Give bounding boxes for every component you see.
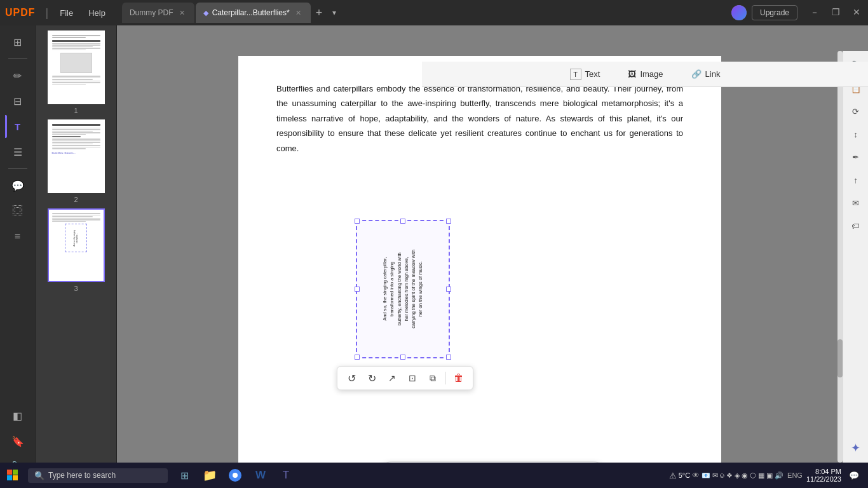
gpu-icon: ▣ <box>766 471 773 480</box>
add-tab-button[interactable]: + <box>311 6 328 20</box>
tab-dummy-pdf[interactable]: Dummy PDF ✕ <box>122 3 194 23</box>
tab-caterpillar[interactable]: ◆ Caterpillar...Butterflies* ✕ <box>196 3 311 23</box>
tab-close-active[interactable]: ✕ <box>294 8 303 18</box>
tabs-area: Dummy PDF ✕ ◆ Caterpillar...Butterflies*… <box>122 3 731 23</box>
search-icon: 🔍 <box>34 471 44 480</box>
image-label: Image <box>640 69 663 79</box>
sidebar-layers-icon[interactable]: ◧ <box>5 404 31 427</box>
svg-rect-0 <box>7 470 12 475</box>
rotate-ccw-button[interactable]: ↺ <box>342 369 360 387</box>
weather-temp: 5°C <box>679 471 690 479</box>
rotate-cw-button[interactable]: ↻ <box>363 369 381 387</box>
page-1-preview <box>48 30 105 104</box>
left-sidebar: ⊞ ✏ ⊟ T ☰ 💬 ⿴ ≡ ◧ 🔖 📎 <box>0 25 36 488</box>
start-button[interactable] <box>0 463 25 488</box>
right-mail-icon[interactable]: ✉ <box>846 193 866 212</box>
image-tool[interactable]: 🖼 Image <box>621 67 669 81</box>
date-display: 11/22/2023 <box>806 475 841 483</box>
taskview-icon: ⊞ <box>180 470 189 482</box>
sidebar-stamp-icon[interactable]: ✏ <box>5 64 31 87</box>
sidebar-edit-text-icon[interactable]: T <box>5 115 31 138</box>
minimize-button[interactable]: － <box>808 7 822 18</box>
rotated-text: And so, the singing caterpillar,transfor… <box>381 243 424 335</box>
explorer-button[interactable]: 📁 <box>198 464 221 487</box>
sidebar-comment-icon[interactable]: 💬 <box>5 174 31 197</box>
chrome-button[interactable] <box>224 464 247 487</box>
sidebar-annotation-icon[interactable]: ☰ <box>5 140 31 163</box>
right-stamp-icon[interactable]: 🏷 <box>846 216 866 235</box>
outlook-icon: 📧 <box>702 471 710 480</box>
bluetooth-icon: ⎉ <box>720 471 724 479</box>
close-button[interactable]: ✕ <box>850 7 863 18</box>
link-tool[interactable]: 🔗 Link <box>685 67 727 81</box>
maximize-button[interactable]: ❐ <box>829 7 843 18</box>
sidebar-pages-icon[interactable]: ⊟ <box>5 90 31 112</box>
pdf-viewer-wrapper: T Text 🖼 Image 🔗 Link Butterflies and ca… <box>117 25 868 488</box>
forward-button[interactable]: ↗ <box>383 369 401 387</box>
sidebar-bookmark-icon[interactable]: 🔖 <box>5 430 31 452</box>
svg-rect-2 <box>7 475 12 480</box>
teams-button[interactable]: T <box>275 464 297 487</box>
edit-toolbar: T Text 🖼 Image 🔗 Link <box>422 62 868 87</box>
sidebar-copy-icon[interactable]: ⿴ <box>5 200 31 222</box>
time-display: 8:04 PM <box>806 468 841 475</box>
delete-button[interactable]: 🗑 <box>450 369 468 387</box>
notification-button[interactable]: 💬 <box>845 466 863 484</box>
menu-help[interactable]: Help <box>82 6 112 20</box>
sidebar-sep-2 <box>8 168 27 169</box>
crop-button[interactable]: ⊡ <box>403 369 421 387</box>
text-label: Text <box>585 69 600 79</box>
speaker-icon: 🔊 <box>775 471 783 480</box>
titlebar-divider: | <box>46 6 49 20</box>
page-1-num: 1 <box>74 107 78 114</box>
page-2-num: 2 <box>74 196 78 203</box>
svg-rect-1 <box>13 470 18 475</box>
taskbar: 🔍 Type here to search ⊞ 📁 W T ⚠ 5°C <box>0 463 868 488</box>
right-convert-icon[interactable]: ⟳ <box>846 102 866 121</box>
titlebar-right: Upgrade － ❐ ✕ <box>731 5 863 20</box>
taskbar-app-icons: ⊞ 📁 W T <box>173 464 297 487</box>
sidebar-thumbnail-icon[interactable]: ⊞ <box>5 30 31 53</box>
right-compress-icon[interactable]: ↕ <box>846 125 866 144</box>
tabs-dropdown[interactable]: ▾ <box>327 8 341 17</box>
pdf-scroll-area[interactable]: Butterflies and caterpillars embody the … <box>117 51 843 463</box>
window-controls: － ❐ ✕ <box>808 7 863 18</box>
word-icon: W <box>255 469 266 482</box>
taskbar-search[interactable]: 🔍 Type here to search <box>28 468 168 483</box>
scrollbar-thumb[interactable] <box>837 339 843 377</box>
vertical-scrollbar[interactable] <box>837 51 843 463</box>
tab-label-active: Caterpillar...Butterflies* <box>212 8 290 17</box>
duplicate-button[interactable]: ⧉ <box>424 369 442 387</box>
page-2-preview: Butterflies: Natures... <box>48 119 105 193</box>
right-share-icon[interactable]: ↑ <box>846 170 866 189</box>
text-tool[interactable]: T Text <box>564 66 607 83</box>
upgrade-button[interactable]: Upgrade <box>752 5 797 20</box>
thumbnail-page-3[interactable]: And so, the singing caterpillar... 3 <box>48 208 105 292</box>
link-icon: 🔗 <box>691 69 702 79</box>
right-plus-icon[interactable]: ✦ <box>846 438 866 458</box>
word-button[interactable]: W <box>249 464 272 487</box>
sidebar-list-icon[interactable]: ≡ <box>5 225 31 248</box>
text-selection-box[interactable]: And so, the singing caterpillar,transfor… <box>356 220 450 358</box>
app4-icon: ⬡ <box>750 471 756 480</box>
active-indicator <box>5 115 7 138</box>
pdf-page-3: Butterflies and caterpillars embody the … <box>238 56 721 463</box>
menu-file[interactable]: File <box>53 6 79 20</box>
float-toolbar: ↺ ↻ ↗ ⊡ ⧉ 🗑 <box>337 366 473 390</box>
user-avatar <box>731 5 747 20</box>
thumbnail-page-1[interactable]: 1 <box>48 30 105 114</box>
pdf-paragraph: Butterflies and caterpillars embody the … <box>276 81 683 156</box>
thumbnail-page-2[interactable]: Butterflies: Natures... 2 <box>48 119 105 203</box>
tab-close-dummy[interactable]: ✕ <box>177 8 187 18</box>
eye-icon: 👁 <box>692 471 700 480</box>
clock-display: 8:04 PM 11/22/2023 <box>806 468 841 483</box>
upgrade-label: Upgrade <box>760 8 789 17</box>
toolbar-divider <box>445 372 446 384</box>
menu-bar: File Help <box>53 6 112 20</box>
app2-icon: ◈ <box>735 471 740 480</box>
right-sign-icon[interactable]: ✒ <box>846 147 866 166</box>
taskview-button[interactable]: ⊞ <box>173 464 196 487</box>
language-indicator: ENG <box>787 471 803 479</box>
app-logo: UPDF <box>5 7 36 18</box>
explorer-icon: 📁 <box>203 468 217 482</box>
